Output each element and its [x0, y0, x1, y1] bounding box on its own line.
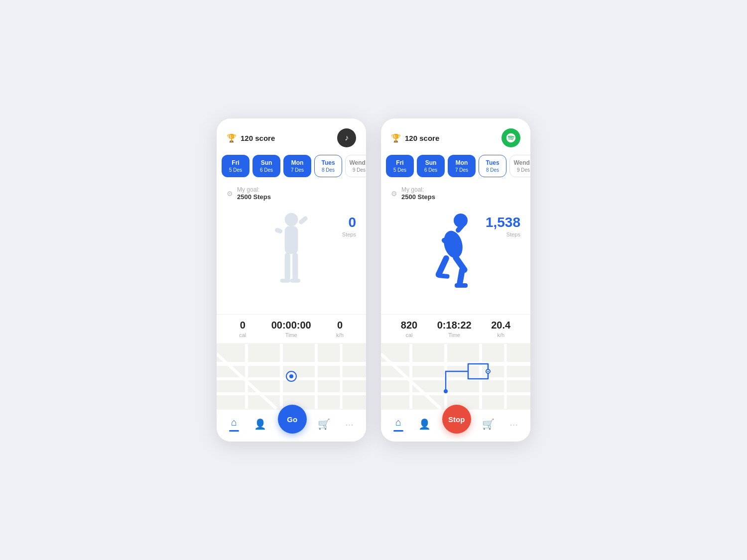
stat-cal-1: 0 cal: [239, 320, 246, 338]
stop-label: Stop: [448, 415, 465, 424]
stat-speed-value-1: 0: [336, 320, 344, 331]
user-icon-2: 👤: [418, 418, 431, 430]
screen2-header: 🏆 120 score: [381, 118, 530, 152]
goal-steps-1: 2500 Steps: [237, 193, 271, 201]
svg-rect-5: [292, 253, 298, 281]
svg-rect-1: [285, 226, 298, 254]
spotify-icon: [505, 132, 516, 143]
stop-button[interactable]: Stop: [442, 405, 471, 434]
svg-point-18: [289, 374, 293, 378]
home-icon-1: ⌂: [231, 417, 237, 428]
stat-cal-value-1: 0: [239, 320, 246, 331]
nav-basket-2[interactable]: 🛒: [478, 416, 498, 432]
svg-rect-4: [285, 253, 290, 281]
steps-label-1: Steps: [342, 231, 356, 237]
stat-time-value-2: 0:18:22: [437, 320, 472, 331]
go-label: Go: [287, 415, 297, 424]
svg-point-40: [488, 371, 489, 372]
screen2-frame: 🏆 120 score Fri 5 Des Sun 6 Des: [381, 118, 530, 442]
music-button[interactable]: ♪: [337, 128, 356, 147]
score-text-2: 120 score: [405, 134, 439, 142]
running-figure: [416, 210, 496, 309]
stat-time-value-1: 00:00:00: [271, 320, 311, 331]
day-sun[interactable]: Sun 6 Des: [252, 155, 280, 177]
svg-rect-6: [280, 279, 290, 283]
nav-indicator-1: [229, 430, 239, 432]
figure-area-1: 0 Steps: [217, 205, 366, 314]
user-icon-1: 👤: [254, 418, 266, 430]
day-weds-2[interactable]: Wends 9 Des: [509, 155, 530, 177]
bottom-nav-2: ⌂ 👤 Stop 🛒 ···: [381, 410, 530, 442]
stat-speed-value-2: 20.4: [491, 320, 510, 331]
nav-indicator-2: [393, 430, 403, 432]
stat-time-label-2: Time: [437, 332, 472, 338]
go-button[interactable]: Go: [278, 405, 307, 434]
standing-figure: [261, 210, 321, 309]
score-section-2: 🏆 120 score: [391, 133, 439, 143]
day-mon-2[interactable]: Mon 7 Des: [448, 155, 476, 177]
svg-rect-3: [298, 216, 308, 225]
stat-speed-1: 0 k/h: [336, 320, 344, 338]
score-text: 120 score: [241, 134, 275, 142]
nav-more-1[interactable]: ···: [341, 417, 358, 432]
day-tues-2[interactable]: Tues 8 Des: [479, 155, 506, 177]
stat-speed-label-2: k/h: [491, 332, 510, 338]
svg-rect-7: [290, 279, 300, 283]
day-mon[interactable]: Mon 7 Des: [283, 155, 311, 177]
day-weds[interactable]: Wends 9 Des: [345, 155, 366, 177]
spotify-button[interactable]: [501, 128, 520, 147]
bottom-nav-1: ⌂ 👤 Go 🛒 ···: [217, 410, 366, 442]
trophy-icon: 🏆: [227, 133, 237, 143]
day-tues[interactable]: Tues 8 Des: [314, 155, 342, 177]
day-selector-2: Fri 5 Des Sun 6 Des Mon 7 Des Tues 8 Des…: [381, 152, 530, 182]
svg-rect-2: [274, 227, 283, 234]
more-icon-1: ···: [345, 419, 354, 430]
steps-count-2: 1,538: [486, 215, 520, 230]
goal-label-1: My goal:: [237, 186, 259, 193]
basket-icon-1: 🛒: [318, 418, 330, 430]
stats-row-1: 0 cal 00:00:00 Time 0 k/h: [217, 314, 366, 343]
stats-row-2: 820 cal 0:18:22 Time 20.4 k/h: [381, 314, 530, 343]
goal-section-2: ⚙ My goal: 2500 Steps: [381, 182, 530, 205]
gear-icon-2[interactable]: ⚙: [391, 190, 397, 198]
figure-area-2: 1,538 Steps: [381, 205, 530, 314]
score-section: 🏆 120 score: [227, 133, 275, 143]
map-svg-1: [217, 343, 366, 410]
gear-icon-1[interactable]: ⚙: [227, 190, 233, 198]
svg-rect-27: [455, 283, 468, 288]
nav-home-1[interactable]: ⌂: [225, 415, 243, 434]
screen1-frame: 🏆 120 score ♪ Fri 5 Des Sun 6 Des M: [217, 118, 366, 442]
svg-point-0: [285, 213, 298, 226]
stat-cal-value-2: 820: [401, 320, 417, 331]
nav-user-2[interactable]: 👤: [414, 416, 435, 432]
nav-basket-1[interactable]: 🛒: [314, 416, 334, 432]
stat-time-label-1: Time: [271, 332, 311, 338]
day-fri-2[interactable]: Fri 5 Des: [386, 155, 414, 177]
more-icon-2: ···: [509, 419, 518, 430]
stat-cal-label-2: cal: [401, 332, 417, 338]
home-icon-2: ⌂: [395, 417, 401, 428]
nav-user-1[interactable]: 👤: [250, 416, 270, 432]
nav-more-2[interactable]: ···: [505, 417, 522, 432]
stat-cal-2: 820 cal: [401, 320, 417, 338]
stat-time-2: 0:18:22 Time: [437, 320, 472, 338]
day-sun-2[interactable]: Sun 6 Des: [417, 155, 445, 177]
stat-cal-label-1: cal: [239, 332, 246, 338]
screenshots-container: 🏆 120 score ♪ Fri 5 Des Sun 6 Des M: [197, 99, 550, 461]
stat-time-1: 00:00:00 Time: [271, 320, 311, 338]
steps-count-1: 0: [348, 215, 356, 230]
music-icon: ♪: [345, 133, 349, 142]
basket-icon-2: 🛒: [482, 418, 495, 430]
map-svg-2: [381, 343, 530, 410]
nav-home-2[interactable]: ⌂: [389, 415, 407, 434]
goal-steps-2: 2500 Steps: [401, 193, 435, 201]
trophy-icon-2: 🏆: [391, 133, 401, 143]
steps-label-2: Steps: [506, 231, 520, 237]
goal-label-2: My goal:: [401, 186, 424, 193]
svg-point-37: [444, 389, 448, 393]
stat-speed-2: 20.4 k/h: [491, 320, 510, 338]
day-selector-1: Fri 5 Des Sun 6 Des Mon 7 Des Tues 8 Des…: [217, 152, 366, 182]
svg-rect-24: [437, 273, 450, 279]
day-fri[interactable]: Fri 5 Des: [222, 155, 249, 177]
screen1-header: 🏆 120 score ♪: [217, 118, 366, 152]
